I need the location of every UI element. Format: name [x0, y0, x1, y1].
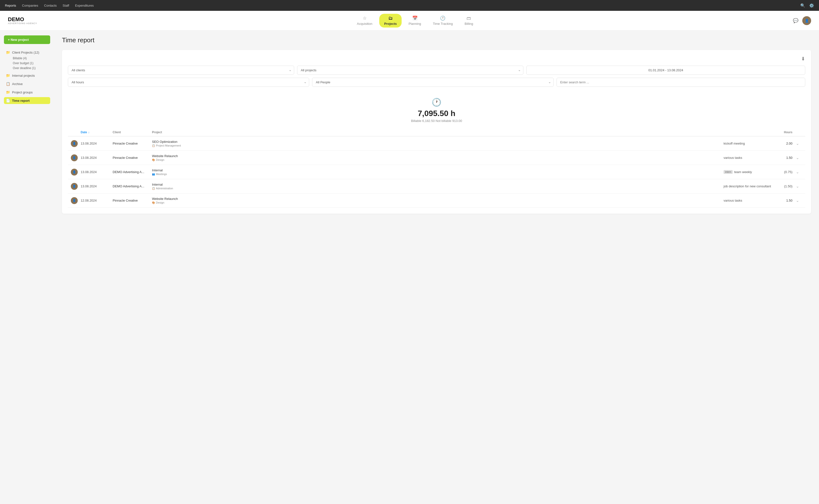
table-row: 👤 13.08.2024 DEMO Advertising A... Inter… [68, 179, 805, 193]
row-avatar: 👤 [71, 183, 78, 190]
table-row: 👤 13.08.2024 Pinnacle Creative SEO Optim… [68, 136, 805, 151]
search-icon[interactable]: 🔍 [800, 3, 805, 8]
search-input[interactable] [557, 78, 805, 87]
table-row: 👤 12.08.2024 Pinnacle Creative Website R… [68, 193, 805, 208]
billing-icon: 🗃 [467, 16, 471, 21]
table-row: 👤 13.08.2024 Pinnacle Creative Website R… [68, 151, 805, 165]
tab-time-tracking-label: Time Tracking [433, 22, 453, 26]
row-hours: 1.50 [773, 156, 792, 160]
col-header-hours: Hours [773, 131, 792, 134]
row-expand-button[interactable]: ⌄ [792, 184, 802, 189]
date-range-filter[interactable]: 01.01.2024 - 13.08.2024 [526, 66, 805, 75]
sidebar-sub-over-budget[interactable]: Over budget (1) [11, 61, 50, 66]
tab-acquisition[interactable]: ☆ Acquisition [352, 14, 377, 28]
row-avatar-col: 👤 [71, 140, 81, 147]
row-client: Pinnacle Creative [113, 156, 152, 160]
row-expand-button[interactable]: ⌄ [792, 155, 802, 160]
row-hours: 2.00 [773, 142, 792, 145]
sidebar-sub-client-projects: Billable (4) Over budget (1) Over deadli… [4, 56, 50, 71]
nav-expenditures[interactable]: Expenditures [75, 4, 94, 7]
nav-contacts[interactable]: Contacts [44, 4, 57, 7]
all-projects-select[interactable]: All projects [297, 66, 523, 75]
settings-icon[interactable]: ⚙️ [809, 3, 814, 8]
row-expand-button[interactable]: ⌄ [792, 141, 802, 146]
tab-projects[interactable]: 🗂 Projects [379, 14, 401, 28]
row-task-label: various tasks [724, 156, 742, 160]
row-date: 13.08.2024 [81, 184, 113, 188]
row-hours: (1.50) [773, 184, 792, 188]
header-bar: DEMO ADVERTISING AGENCY ☆ Acquisition 🗂 … [0, 11, 819, 30]
project-sub-label: Design [156, 158, 164, 161]
nav-staff[interactable]: Staff [63, 4, 69, 7]
sidebar-item-project-groups[interactable]: 📁 Project groups [4, 89, 50, 96]
row-project: Website Relaunch 🎨 Design [152, 154, 724, 161]
sidebar-sub-billable[interactable]: Billable (4) [11, 56, 50, 61]
tab-time-tracking[interactable]: 🕐 Time Tracking [428, 14, 458, 28]
row-client: Pinnacle Creative [113, 142, 152, 145]
all-people-select[interactable]: All People [312, 78, 553, 87]
all-clients-filter[interactable]: All clients [68, 66, 294, 75]
tab-planning[interactable]: 📅 Planning [403, 14, 426, 28]
row-task-label: kickoff meeting [724, 142, 745, 145]
all-projects-filter[interactable]: All projects [297, 66, 523, 75]
download-button[interactable]: ⬇ [801, 56, 805, 62]
sidebar-item-time-report-label: Time report [12, 99, 30, 103]
sidebar-sub-over-deadline[interactable]: Over deadline (1) [11, 66, 50, 71]
row-project: SEO Optimization 📋 Project Management [152, 140, 724, 147]
col-header-date[interactable]: Date ↓ [81, 131, 113, 134]
panel-toolbar: ⬇ [68, 56, 805, 62]
sidebar: + New project 📁 Client Projects (12) Bil… [0, 30, 54, 504]
user-avatar[interactable]: 👤 [802, 16, 811, 25]
intern-badge: intern [724, 170, 733, 174]
project-sub-icon: 🎨 [152, 201, 155, 204]
all-clients-select[interactable]: All clients [68, 66, 294, 75]
sidebar-item-client-projects[interactable]: 📁 Client Projects (12) [4, 49, 50, 56]
internal-projects-icon: 📁 [6, 74, 10, 77]
time-report-icon: 📄 [6, 99, 10, 103]
chat-icon[interactable]: 💬 [793, 18, 798, 23]
row-client: Pinnacle Creative [113, 199, 152, 202]
sidebar-item-internal-projects[interactable]: 📁 Internal projects [4, 72, 50, 79]
row-client: DEMO Advertising A... [113, 170, 152, 174]
all-hours-filter[interactable]: All hours [68, 78, 309, 87]
nav-reports[interactable]: Reports [5, 4, 16, 7]
col-header-client: Client [113, 131, 152, 134]
table-row: 👤 13.08.2024 DEMO Advertising A... Inter… [68, 165, 805, 179]
project-groups-icon: 📁 [6, 90, 10, 94]
sidebar-item-internal-label: Internal projects [12, 74, 35, 77]
all-people-filter[interactable]: All People [312, 78, 553, 87]
row-task: job description for new consultant [724, 184, 773, 188]
stats-total-hours: 7,095.50 h [68, 109, 805, 118]
row-project-name: Internal [152, 168, 724, 172]
sidebar-item-time-report[interactable]: 📄 Time report [4, 97, 50, 104]
nav-companies[interactable]: Companies [22, 4, 38, 7]
row-project-sub: 📋 Project Management [152, 144, 724, 147]
col-header-project: Project [152, 131, 724, 134]
tab-billing[interactable]: 🗃 Billing [460, 14, 478, 28]
chevron-down-icon: ⌄ [796, 141, 799, 146]
new-project-button[interactable]: + New project [4, 35, 50, 44]
row-task: intern team weekly [724, 170, 773, 174]
stats-clock-icon: 🕐 [68, 98, 805, 107]
all-hours-select[interactable]: All hours [68, 78, 309, 87]
top-nav-icons: 🔍 ⚙️ [800, 3, 814, 8]
row-task-label: team weekly [734, 170, 752, 174]
row-hours: (0.75) [773, 170, 792, 174]
row-date: 13.08.2024 [81, 142, 113, 145]
chevron-down-icon: ⌄ [796, 155, 799, 160]
row-project: Internal 👥 Meetings [152, 168, 724, 176]
project-sub-label: Design [156, 201, 164, 204]
tab-projects-label: Projects [384, 22, 397, 26]
sort-arrow-icon: ↓ [88, 131, 89, 134]
row-project-sub: 👥 Meetings [152, 173, 724, 176]
sidebar-section-internal: 📁 Internal projects [4, 72, 50, 79]
row-expand-button[interactable]: ⌄ [792, 198, 802, 203]
sidebar-item-archive[interactable]: 📋 Archive [4, 80, 50, 87]
row-expand-button[interactable]: ⌄ [792, 170, 802, 174]
row-task: various tasks [724, 156, 773, 160]
logo-name: DEMO [8, 17, 37, 22]
top-nav-items: Reports Companies Contacts Staff Expendi… [5, 4, 800, 7]
logo: DEMO ADVERTISING AGENCY [8, 17, 37, 25]
chevron-down-icon: ⌄ [796, 198, 799, 203]
sidebar-section-project-groups: 📁 Project groups [4, 89, 50, 96]
